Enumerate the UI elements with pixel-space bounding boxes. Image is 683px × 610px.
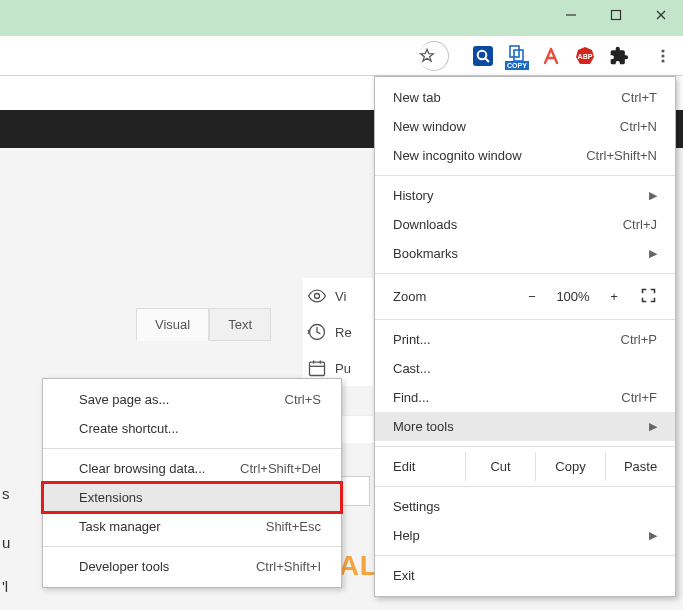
menu-cast[interactable]: Cast... [375,354,675,383]
search-ext-icon[interactable] [473,46,493,66]
caret-icon: ▶ [649,247,657,260]
tab-visual[interactable]: Visual [136,308,209,341]
divider [43,448,341,449]
fullscreen-icon[interactable] [631,288,665,306]
zoom-in-button[interactable]: + [597,283,631,310]
minimize-button[interactable] [548,0,593,30]
close-button[interactable] [638,0,683,30]
copy-ext-icon[interactable]: COPY [507,46,527,66]
side-pu-label: Pu [335,361,351,376]
svg-rect-1 [611,11,620,20]
divider [375,555,675,556]
menu-edit-row: Edit Cut Copy Paste [375,452,675,481]
paste-button[interactable]: Paste [605,452,675,481]
svg-point-13 [661,59,664,62]
menu-extensions[interactable]: Extensions [43,483,341,512]
extensions-icon[interactable] [609,46,629,66]
caret-icon: ▶ [649,189,657,202]
edge-text-l: 'l [2,578,8,595]
caret-icon: ▶ [649,529,657,542]
svg-point-14 [315,294,320,299]
side-revisions[interactable]: Re [303,314,373,350]
svg-point-12 [661,54,664,57]
copy-button[interactable]: Copy [535,452,605,481]
chrome-main-menu: New tabCtrl+T New windowCtrl+N New incog… [374,76,676,597]
more-tools-submenu: Save page as...Ctrl+S Create shortcut...… [42,378,342,588]
menu-new-incognito[interactable]: New incognito windowCtrl+Shift+N [375,141,675,170]
divider [375,273,675,274]
menu-help[interactable]: Help▶ [375,521,675,550]
menu-more-tools[interactable]: More tools▶ [375,412,675,441]
abp-ext-icon[interactable]: ABP [575,46,595,66]
side-vi-label: Vi [335,289,346,304]
menu-find[interactable]: Find...Ctrl+F [375,383,675,412]
divider [43,546,341,547]
side-visibility[interactable]: Vi [303,278,373,314]
menu-print[interactable]: Print...Ctrl+P [375,325,675,354]
window-titlebar [0,0,683,36]
edit-label: Edit [375,452,465,481]
edge-text-u: u [2,534,10,551]
svg-point-11 [661,49,664,52]
omnibox-end[interactable] [419,41,449,71]
menu-exit[interactable]: Exit [375,561,675,590]
divider [375,446,675,447]
divider [375,319,675,320]
svg-text:ABP: ABP [578,53,593,60]
edge-text-s: s [2,485,10,502]
menu-bookmarks[interactable]: Bookmarks▶ [375,239,675,268]
menu-settings[interactable]: Settings [375,492,675,521]
svg-rect-4 [473,46,493,66]
menu-icon[interactable] [653,46,673,66]
menu-create-shortcut[interactable]: Create shortcut... [43,414,341,443]
divider [375,175,675,176]
menu-new-tab[interactable]: New tabCtrl+T [375,83,675,112]
zoom-value: 100% [549,289,597,304]
menu-save-page[interactable]: Save page as...Ctrl+S [43,385,341,414]
menu-downloads[interactable]: DownloadsCtrl+J [375,210,675,239]
menu-zoom-row: Zoom − 100% + [375,279,675,314]
cut-button[interactable]: Cut [465,452,535,481]
maximize-button[interactable] [593,0,638,30]
menu-developer-tools[interactable]: Developer toolsCtrl+Shift+I [43,552,341,581]
menu-task-manager[interactable]: Task managerShift+Esc [43,512,341,541]
divider [375,486,675,487]
zoom-out-button[interactable]: − [515,283,549,310]
svg-rect-16 [310,362,325,375]
menu-history[interactable]: History▶ [375,181,675,210]
caret-icon: ▶ [649,420,657,433]
menu-new-window[interactable]: New windowCtrl+N [375,112,675,141]
tab-text[interactable]: Text [209,308,271,341]
side-re-label: Re [335,325,352,340]
editor-tabs: Visual Text [136,308,271,341]
menu-clear-browsing-data[interactable]: Clear browsing data...Ctrl+Shift+Del [43,454,341,483]
zoom-label: Zoom [393,289,515,304]
a-ext-icon[interactable] [541,46,561,66]
star-icon[interactable] [418,46,436,66]
browser-toolbar: COPY ABP [0,36,683,76]
side-panel: Vi Re Pu [303,278,373,386]
